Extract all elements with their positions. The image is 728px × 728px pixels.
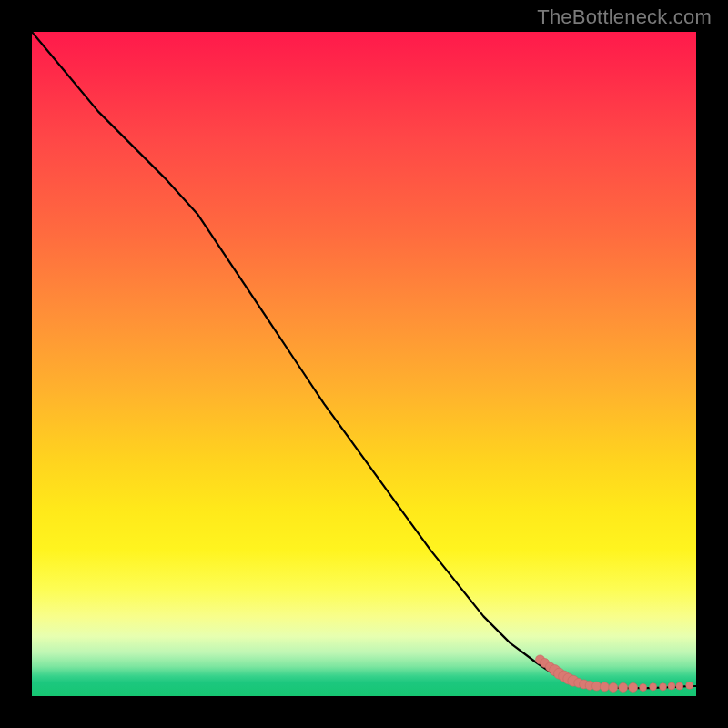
watermark-text: TheBottleneck.com (537, 5, 712, 29)
data-point (619, 683, 628, 693)
data-point (660, 683, 667, 691)
chart-frame: TheBottleneck.com (0, 0, 728, 728)
data-point (686, 682, 693, 689)
marker-group (536, 655, 693, 693)
data-point (640, 684, 647, 692)
curve-line (32, 32, 696, 688)
data-point (668, 682, 675, 690)
data-point (592, 682, 602, 691)
data-point (629, 683, 638, 693)
data-point (676, 682, 683, 690)
plot-area (32, 32, 696, 696)
data-point (650, 683, 657, 691)
data-point (600, 682, 609, 692)
chart-svg (32, 32, 696, 696)
data-point (609, 683, 618, 693)
